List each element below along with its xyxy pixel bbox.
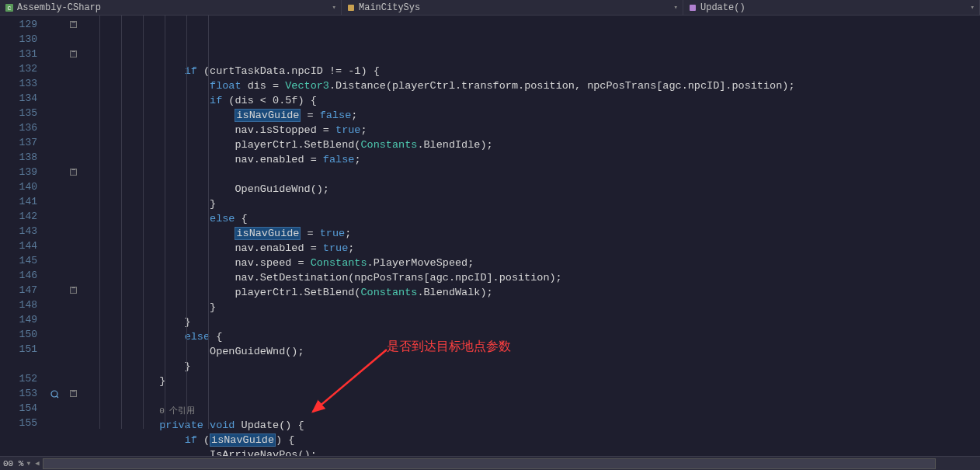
fold-slot[interactable] [62,312,84,327]
code-line[interactable]: nav.SetDestination(npcPosTrans[agc.npcID… [84,270,980,285]
code-line[interactable]: isNavGuide = false; [84,108,980,123]
code-line[interactable]: playerCtrl.SetBlend(Constants.BlendIdle)… [84,138,980,152]
fold-toggle[interactable] [70,169,77,176]
fold-slot[interactable] [62,238,84,253]
code-line[interactable]: nav.enabled = true; [84,241,980,256]
svg-text:C: C [8,5,12,12]
class-selector[interactable]: MainCitySys ▾ [342,0,683,15]
glyph-slot [47,135,62,150]
fold-slot[interactable] [62,357,84,371]
svg-rect-2 [348,5,354,11]
fold-slot[interactable] [62,224,84,238]
code-line[interactable]: } [84,359,980,374]
code-line[interactable]: if (isNavGuide) { [84,433,980,447]
fold-slot[interactable] [62,416,84,430]
zoom-level[interactable]: 00 % [0,459,26,468]
code-line[interactable]: } [84,315,980,329]
code-line[interactable]: } [84,374,980,388]
assembly-selector[interactable]: C Assembly-CSharp ▾ [0,0,342,15]
glyph-slot [47,312,62,327]
fold-slot[interactable] [62,106,84,120]
code-editor[interactable]: 1291301311321331341351361371381391401411… [0,16,980,454]
glyph-slot [47,106,62,120]
fold-slot[interactable] [62,209,84,224]
chevron-down-icon[interactable]: ▼ [26,460,35,467]
code-line[interactable]: } [84,197,980,211]
indent-guide [165,16,165,429]
horizontal-scrollbar[interactable] [43,458,936,469]
fold-slot[interactable] [62,165,84,179]
fold-slot[interactable] [62,76,84,91]
code-line[interactable]: playerCtrl.SetBlend(Constants.BlendWalk)… [84,285,980,300]
glyph-slot [47,150,62,165]
fold-slot[interactable] [62,268,84,283]
glyph-slot [47,17,62,32]
method-selector[interactable]: Update() ▾ [683,0,980,15]
line-number: 137 [0,135,47,150]
fold-toggle[interactable] [70,50,77,57]
fold-slot[interactable] [62,47,84,61]
fold-slot[interactable] [62,386,84,401]
fold-slot[interactable] [62,342,84,357]
line-number: 138 [0,150,47,165]
glyph-slot [47,386,62,401]
fold-toggle[interactable] [70,390,77,397]
fold-slot[interactable] [62,150,84,165]
status-bar: 00 % ▼ ◀ [0,456,980,470]
fold-slot[interactable] [62,194,84,209]
fold-toggle[interactable] [70,21,77,28]
code-line[interactable] [84,167,980,182]
code-line[interactable]: OpenGuideWnd(); [84,344,980,359]
code-line[interactable]: nav.enabled = false; [84,152,980,167]
fold-slot[interactable] [62,283,84,298]
fold-slot[interactable] [62,401,84,416]
fold-slot[interactable] [62,135,84,150]
glyph-slot [47,61,62,76]
glyph-slot [47,224,62,238]
fold-slot[interactable] [62,298,84,312]
code-line[interactable]: private void Update() { [84,418,980,433]
line-number-gutter: 1291301311321331341351361371381391401411… [0,16,47,454]
code-area[interactable]: 是否到达目标地点参数 if (curtTaskData.npcID != -1)… [84,16,980,454]
line-number: 130 [0,32,47,47]
fold-slot[interactable] [62,120,84,135]
code-line[interactable]: else { [84,329,980,344]
fold-gutter [62,16,84,454]
fold-slot[interactable] [62,253,84,268]
code-line[interactable]: if (curtTaskData.npcID != -1) { [84,64,980,78]
line-number: 147 [0,283,47,298]
glyph-slot [47,32,62,47]
indent-guide [121,16,122,429]
line-number: 135 [0,106,47,120]
method-icon [688,3,697,12]
codelens-references[interactable]: 0 个引用 [84,403,980,418]
fold-slot[interactable] [62,17,84,32]
fold-slot[interactable] [62,61,84,76]
fold-toggle[interactable] [70,287,77,294]
fold-slot[interactable] [62,371,84,386]
code-line[interactable]: nav.speed = Constants.PlayerMoveSpeed; [84,256,980,270]
chevron-down-icon: ▾ [332,3,336,12]
assembly-label: Assembly-CSharp [17,2,101,13]
glyph-slot [47,91,62,106]
code-line[interactable]: if (dis < 0.5f) { [84,93,980,108]
fold-slot[interactable] [62,91,84,106]
code-line[interactable] [84,388,980,403]
fold-slot[interactable] [62,32,84,47]
code-line[interactable]: isNavGuide = true; [84,226,980,241]
line-number: 139 [0,165,47,179]
code-line[interactable]: else { [84,211,980,226]
scroll-left-icon[interactable]: ◀ [35,459,39,468]
code-line[interactable]: float dis = Vector3.Distance(playerCtrl.… [84,78,980,93]
fold-slot[interactable] [62,327,84,342]
line-number: 150 [0,327,47,342]
code-line[interactable]: nav.isStopped = true; [84,123,980,138]
line-number: 132 [0,61,47,76]
line-number [0,357,47,371]
code-line[interactable]: } [84,300,980,315]
line-number: 143 [0,224,47,238]
line-number: 152 [0,371,47,386]
code-line[interactable]: OpenGuideWnd(); [84,182,980,197]
fold-slot[interactable] [62,179,84,194]
line-number: 129 [0,17,47,32]
